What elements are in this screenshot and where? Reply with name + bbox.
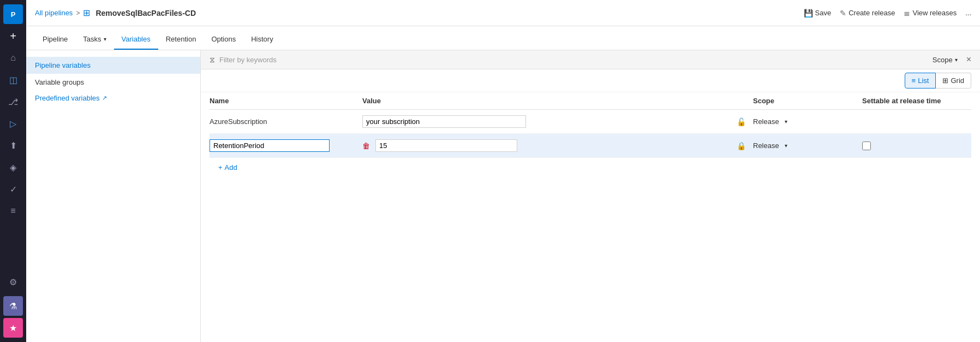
- tab-bar: Pipeline Tasks ▾ Variables Retention Opt…: [26, 26, 980, 50]
- create-release-button[interactable]: ✎ Create release: [840, 9, 895, 17]
- tab-options[interactable]: Options: [204, 30, 243, 50]
- predefined-variables-link[interactable]: Predefined variables ↗: [26, 91, 200, 105]
- filter-icon: ⧖: [210, 55, 215, 64]
- tab-tasks[interactable]: Tasks ▾: [75, 30, 113, 50]
- sidebar-icon-brand[interactable]: P: [3, 4, 23, 24]
- right-panel: ⧖ Filter by keywords Scope ▾ × ≡ List: [201, 50, 980, 342]
- delete-icon-retention[interactable]: 🗑: [362, 141, 370, 150]
- variable-settable-retention[interactable]: [862, 141, 971, 150]
- variable-value-input-retention[interactable]: [375, 139, 517, 152]
- header-actions: 💾 Save ✎ Create release ≣ View releases …: [804, 9, 971, 17]
- grid-icon: ⊞: [942, 76, 948, 85]
- tasks-dropdown-icon: ▾: [104, 36, 106, 42]
- col-header-settable: Settable at release time: [862, 97, 971, 105]
- variable-lock-retention[interactable]: 🔒: [737, 141, 753, 150]
- sidebar-icon-pipelines[interactable]: ▷: [3, 114, 23, 133]
- filter-right: Scope ▾ ×: [933, 55, 971, 64]
- variable-value-azure[interactable]: [362, 115, 737, 128]
- sidebar-icon-repos[interactable]: ⎇: [3, 92, 23, 111]
- filter-placeholder: Filter by keywords: [219, 56, 277, 64]
- page-title: RemoveSqlBacPacFiles-CD: [95, 9, 196, 17]
- filter-bar: ⧖ Filter by keywords: [210, 55, 933, 64]
- sidebar-icon-plus[interactable]: +: [3, 26, 23, 46]
- lock-icon-retention: 🔒: [737, 141, 746, 150]
- variables-table: Name Value Scope Settable at release tim…: [201, 92, 980, 177]
- variable-name-azure: AzureSubscription: [210, 117, 362, 126]
- variable-lock-azure[interactable]: 🔓: [737, 117, 753, 126]
- external-link-icon: ↗: [102, 95, 107, 102]
- add-icon: +: [218, 163, 223, 172]
- lock-icon-azure: 🔓: [737, 117, 746, 126]
- table-row: 🗑 🔒 Release ▾: [210, 134, 971, 158]
- sidebar-icon-star[interactable]: ★: [3, 318, 23, 338]
- variable-value-input-azure[interactable]: [362, 115, 526, 128]
- variable-name-retention: [210, 139, 362, 152]
- col-header-lock: [737, 97, 753, 105]
- tab-retention[interactable]: Retention: [158, 30, 204, 50]
- pipeline-icon: ⊞: [83, 8, 90, 18]
- top-header: All pipelines > ⊞ RemoveSqlBacPacFiles-C…: [26, 0, 980, 26]
- sidebar-icon-testplans[interactable]: ✓: [3, 179, 23, 199]
- save-icon: 💾: [804, 9, 813, 17]
- list-icon: ≡: [912, 76, 916, 85]
- left-panel: Pipeline variables Variable groups Prede…: [26, 50, 201, 342]
- tab-pipeline[interactable]: Pipeline: [35, 30, 75, 50]
- variable-value-retention: 🗑: [362, 139, 737, 152]
- table-header: Name Value Scope Settable at release tim…: [210, 92, 971, 110]
- sidebar: P + ⌂ ◫ ⎇ ▷ ⬆ ◈ ✓ ≡ ⚙ ⚗ ★: [0, 0, 26, 342]
- col-header-scope: Scope: [753, 97, 862, 105]
- sidebar-icon-settings[interactable]: ⚙: [3, 272, 23, 292]
- col-header-name: Name: [210, 97, 362, 105]
- variable-name-input-retention[interactable]: [210, 139, 330, 152]
- variable-scope-retention[interactable]: Release ▾: [753, 141, 862, 150]
- filter-clear-button[interactable]: ×: [966, 55, 971, 64]
- view-releases-icon: ≣: [904, 9, 910, 17]
- main-content: All pipelines > ⊞ RemoveSqlBacPacFiles-C…: [26, 0, 980, 342]
- content-area: Pipeline variables Variable groups Prede…: [26, 50, 980, 342]
- sidebar-icon-artifacts[interactable]: ◈: [3, 157, 23, 177]
- breadcrumb-link[interactable]: All pipelines: [35, 9, 73, 17]
- tab-variables[interactable]: Variables: [114, 30, 158, 50]
- sidebar-icon-flask[interactable]: ⚗: [3, 296, 23, 316]
- panel-item-variable-groups[interactable]: Variable groups: [26, 74, 200, 91]
- settable-checkbox-retention[interactable]: [862, 141, 871, 150]
- grid-view-button[interactable]: ⊞ Grid: [936, 73, 971, 89]
- add-variable-button[interactable]: + Add: [210, 158, 971, 177]
- variable-scope-azure[interactable]: Release ▾: [753, 117, 862, 126]
- view-releases-button[interactable]: ≣ View releases: [904, 9, 957, 17]
- scope-chevron-retention: ▾: [785, 143, 787, 149]
- panel-item-pipeline-variables[interactable]: Pipeline variables: [26, 57, 200, 74]
- scope-chevron-icon: ▾: [955, 57, 958, 63]
- breadcrumb-separator: >: [76, 9, 80, 17]
- create-release-icon: ✎: [840, 9, 846, 17]
- table-row: AzureSubscription 🔓 Release ▾: [210, 110, 971, 134]
- save-button[interactable]: 💾 Save: [804, 9, 832, 17]
- col-header-value: Value: [362, 97, 737, 105]
- scope-dropdown[interactable]: Scope ▾: [933, 56, 958, 64]
- sidebar-icon-overview[interactable]: ≡: [3, 201, 23, 221]
- scope-chevron-azure: ▾: [785, 119, 787, 125]
- list-view-button[interactable]: ≡ List: [905, 73, 936, 89]
- more-button[interactable]: ...: [965, 9, 971, 17]
- tab-history[interactable]: History: [243, 30, 280, 50]
- sidebar-icon-boards[interactable]: ◫: [3, 70, 23, 90]
- sidebar-icon-home[interactable]: ⌂: [3, 48, 23, 68]
- sidebar-icon-deployments[interactable]: ⬆: [3, 135, 23, 155]
- breadcrumb: All pipelines > ⊞ RemoveSqlBacPacFiles-C…: [35, 8, 196, 18]
